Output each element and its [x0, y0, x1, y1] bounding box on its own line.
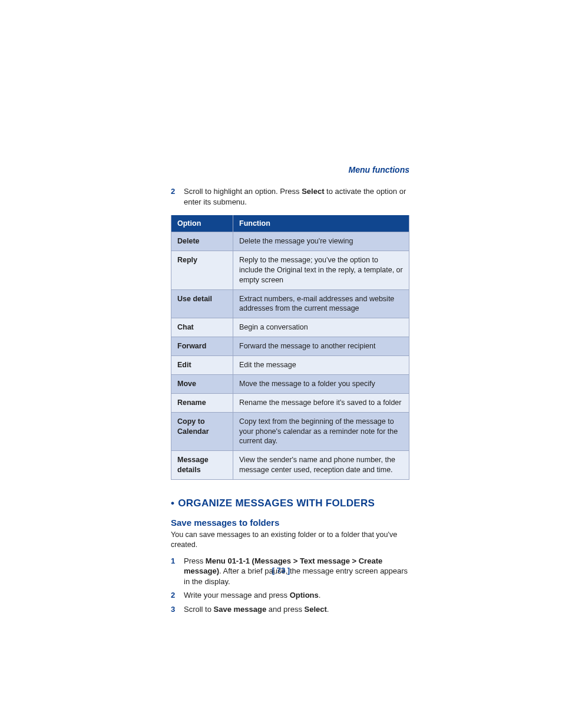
- cell-function: Begin a conversation: [233, 318, 409, 337]
- cell-function: Copy text from the beginning of the mess…: [233, 412, 409, 451]
- cell-option: Delete: [171, 232, 233, 251]
- table-row: Rename Rename the message before it's sa…: [171, 393, 409, 412]
- cell-function: Rename the message before it's saved to …: [233, 393, 409, 412]
- step-body: Scroll to Save message and press Select.: [184, 604, 409, 615]
- step-text-post: .: [327, 605, 329, 614]
- step-text-pre: Write your message and press: [184, 591, 290, 599]
- intro-text: You can save messages to an existing fol…: [171, 530, 409, 550]
- table-row: Message details View the sender's name a…: [171, 451, 409, 480]
- step-number: 2: [171, 186, 184, 207]
- th-function: Function: [233, 215, 409, 232]
- step-text-pre: Press: [184, 556, 206, 565]
- cell-option: Edit: [171, 356, 233, 375]
- step-text-post: .: [319, 591, 321, 599]
- table-row: Use detail Extract numbers, e-mail addre…: [171, 289, 409, 318]
- step-text-mid: and press: [266, 605, 304, 614]
- cell-function: Reply to the message; you've the option …: [233, 251, 409, 289]
- cell-option: Use detail: [171, 289, 233, 318]
- step-text-bold: Select: [302, 187, 324, 196]
- step-2: 2 Scroll to highlight an option. Press S…: [171, 186, 409, 207]
- step-text-bold: Save message: [214, 605, 267, 614]
- table-row: Move Move the message to a folder you sp…: [171, 374, 409, 393]
- table-row: Forward Forward the message to another r…: [171, 337, 409, 356]
- table-row: Copy to Calendar Copy text from the begi…: [171, 412, 409, 451]
- cell-option: Copy to Calendar: [171, 412, 233, 451]
- cell-option: Reply: [171, 251, 233, 289]
- save-step-3: 3 Scroll to Save message and press Selec…: [171, 604, 409, 615]
- section-heading: •ORGANIZE MESSAGES WITH FOLDERS: [171, 498, 409, 509]
- cell-function: Edit the message: [233, 356, 409, 375]
- cell-function: Delete the message you're viewing: [233, 232, 409, 251]
- section-heading-text: ORGANIZE MESSAGES WITH FOLDERS: [178, 498, 375, 509]
- subsection-heading: Save messages to folders: [171, 518, 409, 528]
- step-number: 2: [171, 590, 184, 601]
- running-header: Menu functions: [171, 165, 409, 174]
- cell-function: Move the message to a folder you specify: [233, 374, 409, 393]
- cell-option: Message details: [171, 451, 233, 480]
- cell-option: Forward: [171, 337, 233, 356]
- table-row: Chat Begin a conversation: [171, 318, 409, 337]
- table-row: Delete Delete the message you're viewing: [171, 232, 409, 251]
- step-text-pre: Scroll to highlight an option. Press: [184, 187, 302, 196]
- step-number: 3: [171, 604, 184, 615]
- page-number: [ 73 ]: [0, 566, 562, 575]
- table-row: Edit Edit the message: [171, 356, 409, 375]
- th-option: Option: [171, 215, 233, 232]
- step-text-bold2: Select: [305, 605, 327, 614]
- cell-function: View the sender's name and phone number,…: [233, 451, 409, 480]
- bullet-icon: •: [171, 498, 174, 509]
- step-text-pre: Scroll to: [184, 605, 214, 614]
- save-step-2: 2 Write your message and press Options.: [171, 590, 409, 601]
- step-body: Scroll to highlight an option. Press Sel…: [184, 186, 409, 207]
- table-row: Reply Reply to the message; you've the o…: [171, 251, 409, 289]
- cell-option: Rename: [171, 393, 233, 412]
- content-area: Menu functions 2 Scroll to highlight an …: [171, 165, 409, 617]
- cell-function: Extract numbers, e-mail addresses and we…: [233, 289, 409, 318]
- page: Menu functions 2 Scroll to highlight an …: [0, 0, 562, 728]
- options-table: Option Function Delete Delete the messag…: [171, 215, 409, 480]
- cell-option: Move: [171, 374, 233, 393]
- cell-option: Chat: [171, 318, 233, 337]
- step-body: Write your message and press Options.: [184, 590, 409, 601]
- table-header-row: Option Function: [171, 215, 409, 232]
- step-text-bold: Options: [290, 591, 319, 599]
- cell-function: Forward the message to another recipient: [233, 337, 409, 356]
